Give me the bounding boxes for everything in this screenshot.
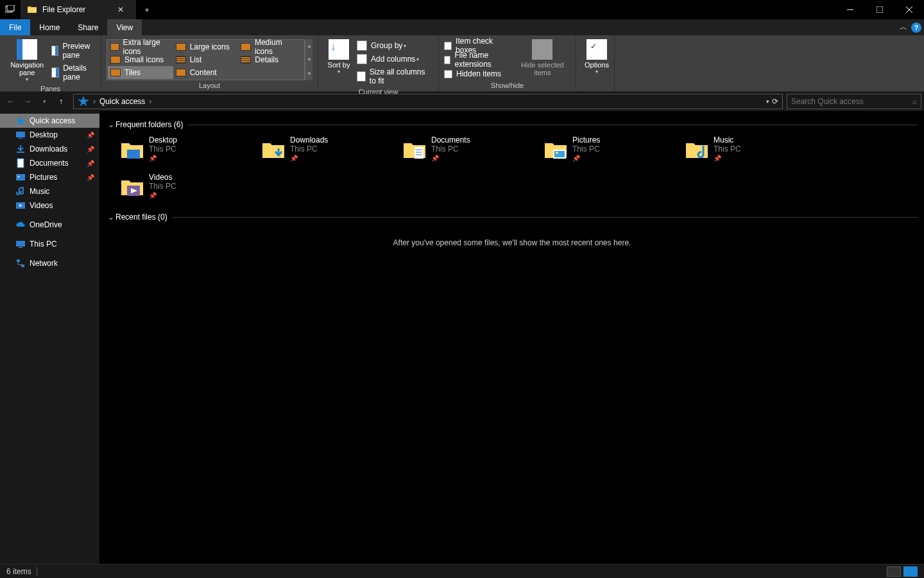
close-window-button[interactable] bbox=[894, 0, 924, 19]
frequent-folders-label: Frequent folders (6) bbox=[116, 120, 183, 129]
breadcrumb-location[interactable]: Quick access bbox=[97, 97, 148, 106]
minimize-button[interactable] bbox=[835, 0, 865, 19]
content-area: ⌄ Frequent folders (6) DesktopThis PC📌Do… bbox=[100, 111, 924, 564]
tiles-view-button[interactable] bbox=[903, 566, 918, 577]
pin-icon: 📌 bbox=[149, 192, 176, 199]
svg-rect-20 bbox=[415, 147, 424, 159]
details-view-button[interactable] bbox=[887, 566, 901, 577]
folder-music[interactable]: MusicThis PC📌 bbox=[671, 134, 812, 171]
item-checkboxes-toggle[interactable]: Item check boxes bbox=[444, 39, 511, 52]
frequent-folders-header[interactable]: ⌄ Frequent folders (6) bbox=[107, 120, 918, 129]
layout-list[interactable]: List bbox=[173, 53, 239, 66]
preview-pane-button[interactable]: Preview pane bbox=[49, 40, 96, 61]
tree-pictures[interactable]: Pictures📌 bbox=[0, 170, 99, 184]
svg-point-12 bbox=[18, 176, 20, 178]
forward-button[interactable]: → bbox=[19, 93, 36, 110]
add-columns-button[interactable]: Add columns▾ bbox=[354, 53, 433, 66]
tree-this-pc[interactable]: This PC bbox=[0, 237, 99, 251]
address-dropdown-icon[interactable]: ▾ bbox=[766, 98, 769, 105]
search-icon[interactable]: ⌕ bbox=[912, 97, 917, 106]
breadcrumb-sep[interactable]: › bbox=[148, 97, 153, 106]
pin-icon: 📌 bbox=[87, 132, 94, 139]
recent-files-header[interactable]: ⌄ Recent files (0) bbox=[107, 213, 918, 222]
refresh-icon[interactable]: ⟳ bbox=[772, 97, 778, 106]
pictures-icon bbox=[15, 172, 26, 182]
folder-icon bbox=[261, 137, 286, 162]
layout-scroll[interactable]: ▴▾▾ bbox=[305, 39, 312, 80]
pin-icon: 📌 bbox=[87, 174, 94, 181]
folder-location: This PC bbox=[431, 144, 470, 153]
folder-name: Videos bbox=[149, 173, 176, 182]
collapse-ribbon-icon[interactable]: ︿ bbox=[900, 22, 907, 33]
group-by-button[interactable]: Group by▾ bbox=[354, 39, 433, 52]
folder-desktop[interactable]: DesktopThis PC📌 bbox=[107, 134, 248, 171]
folder-icon bbox=[27, 4, 37, 15]
tree-onedrive[interactable]: OneDrive bbox=[0, 218, 99, 232]
folder-documents[interactable]: DocumentsThis PC📌 bbox=[389, 134, 530, 171]
tab-title: File Explorer bbox=[42, 5, 85, 14]
details-pane-label: Details pane bbox=[63, 64, 93, 82]
up-button[interactable]: ↑ bbox=[53, 93, 69, 110]
svg-rect-19 bbox=[127, 150, 140, 159]
tree-desktop[interactable]: Desktop📌 bbox=[0, 128, 99, 142]
recent-files-label: Recent files (0) bbox=[116, 213, 167, 222]
navigation-bar: ← → ▾ ↑ › Quick access › ▾ ⟳ ⌕ bbox=[0, 92, 924, 111]
search-input[interactable] bbox=[791, 97, 912, 106]
back-button[interactable]: ← bbox=[3, 93, 19, 110]
tab-home[interactable]: Home bbox=[30, 19, 69, 35]
layout-large[interactable]: Large icons bbox=[173, 40, 239, 53]
multitask-icon[interactable] bbox=[0, 0, 21, 19]
layout-extra-large[interactable]: Extra large icons bbox=[108, 40, 173, 53]
help-icon[interactable]: ? bbox=[911, 22, 921, 33]
search-box[interactable]: ⌕ bbox=[787, 94, 921, 109]
tree-music[interactable]: Music bbox=[0, 184, 99, 198]
maximize-button[interactable] bbox=[865, 0, 894, 19]
options-button[interactable]: ✓ Options▾ bbox=[581, 38, 612, 76]
hidden-items-toggle[interactable]: Hidden items bbox=[444, 67, 511, 80]
folder-downloads[interactable]: DownloadsThis PC📌 bbox=[248, 134, 389, 171]
window-tab[interactable]: File Explorer ✕ bbox=[21, 0, 136, 19]
hide-selected-label: Hide selected items bbox=[518, 61, 567, 76]
folder-videos[interactable]: VideosThis PC📌 bbox=[107, 171, 248, 209]
details-pane-button[interactable]: Details pane bbox=[49, 62, 96, 83]
quick-access-star-icon bbox=[78, 96, 89, 107]
folder-pictures[interactable]: PicturesThis PC📌 bbox=[530, 134, 671, 171]
tree-quick-access[interactable]: Quick access bbox=[0, 114, 99, 128]
svg-rect-18 bbox=[21, 265, 24, 267]
folder-name: Desktop bbox=[149, 136, 177, 144]
pin-icon: 📌 bbox=[290, 155, 328, 162]
tab-share[interactable]: Share bbox=[69, 19, 107, 35]
tree-network[interactable]: Network bbox=[0, 256, 99, 270]
file-extensions-toggle[interactable]: File name extensions bbox=[444, 53, 511, 66]
layout-medium[interactable]: Medium icons bbox=[238, 40, 304, 53]
size-columns-button[interactable]: Size all columns to fit bbox=[354, 66, 433, 87]
layout-details[interactable]: Details bbox=[238, 53, 304, 66]
desktop-icon bbox=[15, 130, 26, 140]
folder-name: Pictures bbox=[572, 136, 600, 144]
navigation-pane-label: Navigation pane bbox=[9, 61, 45, 76]
chevron-down-icon: ⌄ bbox=[107, 120, 116, 129]
new-tab-button[interactable]: ＋ bbox=[136, 0, 158, 19]
svg-rect-1 bbox=[7, 5, 14, 11]
group-showhide-label: Show/hide bbox=[444, 80, 570, 91]
tree-documents[interactable]: Documents📌 bbox=[0, 156, 99, 170]
sort-by-button[interactable]: ↓ Sort by▾ bbox=[323, 38, 354, 76]
pin-icon: 📌 bbox=[87, 160, 94, 167]
navigation-pane-button[interactable]: Navigation pane ▾ bbox=[5, 38, 49, 83]
layout-small[interactable]: Small icons bbox=[108, 53, 173, 66]
layout-content[interactable]: Content bbox=[173, 66, 239, 79]
layout-tiles[interactable]: Tiles bbox=[108, 66, 173, 79]
tab-file[interactable]: File bbox=[0, 19, 30, 35]
tree-downloads[interactable]: Downloads📌 bbox=[0, 142, 99, 156]
svg-rect-9 bbox=[17, 152, 24, 153]
tree-videos[interactable]: Videos bbox=[0, 198, 99, 213]
recent-locations-button[interactable]: ▾ bbox=[36, 93, 53, 110]
hide-selected-button[interactable]: Hide selected items bbox=[515, 38, 570, 78]
folder-icon bbox=[543, 137, 569, 162]
svg-rect-10 bbox=[17, 159, 24, 168]
status-item-count: 6 items bbox=[6, 567, 31, 576]
close-tab-icon[interactable]: ✕ bbox=[112, 5, 130, 14]
tab-view[interactable]: View bbox=[107, 19, 142, 35]
svg-rect-7 bbox=[16, 132, 25, 137]
address-bar[interactable]: › Quick access › ▾ ⟳ bbox=[73, 94, 783, 109]
